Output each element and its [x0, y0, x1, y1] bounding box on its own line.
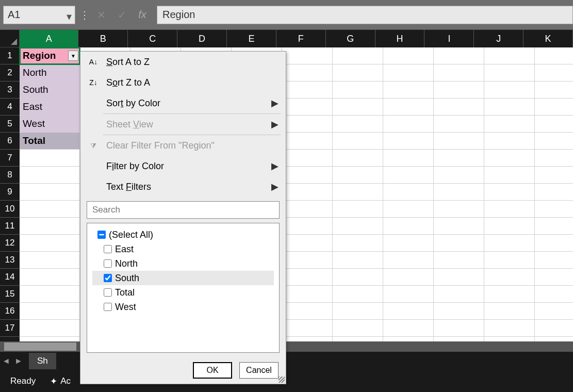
cell-J2[interactable]	[484, 64, 535, 81]
cell-H4[interactable]	[383, 99, 434, 116]
cell-K2[interactable]	[535, 64, 573, 81]
cell-I2[interactable]	[434, 64, 484, 81]
resize-grip-icon[interactable]	[279, 377, 285, 383]
cell-J5[interactable]	[484, 116, 535, 133]
cell-F5[interactable]	[282, 116, 333, 133]
cell-A8[interactable]	[20, 167, 80, 184]
cell-J16[interactable]	[484, 303, 535, 320]
column-header-B[interactable]: B	[78, 30, 128, 47]
cell-K4[interactable]	[535, 99, 573, 116]
cell-G3[interactable]	[333, 81, 383, 99]
cell-I1[interactable]	[434, 47, 484, 64]
cell-H17[interactable]	[383, 320, 434, 337]
cell-H8[interactable]	[383, 167, 434, 184]
cell-G10[interactable]	[333, 201, 383, 218]
cell-I10[interactable]	[434, 201, 484, 218]
cell-K14[interactable]	[535, 269, 573, 286]
cancel-button[interactable]: Cancel	[239, 362, 279, 379]
scrollbar-thumb[interactable]	[4, 342, 76, 351]
cell-I14[interactable]	[434, 269, 484, 286]
cell-F13[interactable]	[282, 252, 333, 269]
cell-H12[interactable]	[383, 235, 434, 252]
cell-K13[interactable]	[535, 252, 573, 269]
column-header-C[interactable]: C	[128, 30, 177, 47]
sort-descending[interactable]: Z↓ Sort Z to A	[80, 72, 286, 93]
cell-I6[interactable]	[434, 133, 484, 150]
cell-F15[interactable]	[282, 286, 333, 303]
sort-ascending[interactable]: A↓ Sort A to Z	[80, 52, 286, 72]
cell-H9[interactable]	[383, 184, 434, 201]
cell-I8[interactable]	[434, 167, 484, 184]
cell-A2[interactable]: North	[20, 64, 80, 81]
cell-H6[interactable]	[383, 133, 434, 150]
cell-J9[interactable]	[484, 184, 535, 201]
cell-H14[interactable]	[383, 269, 434, 286]
cell-F7[interactable]	[282, 150, 333, 167]
cell-H16[interactable]	[383, 303, 434, 320]
cell-I9[interactable]	[434, 184, 484, 201]
row-header-12[interactable]: 12	[0, 235, 20, 252]
filter-item-east[interactable]: East	[92, 242, 274, 256]
filter-item-total[interactable]: Total	[92, 285, 274, 300]
column-header-D[interactable]: D	[177, 30, 227, 47]
cell-G14[interactable]	[333, 269, 383, 286]
filter-by-color[interactable]: Filter by Color ▶	[80, 156, 286, 176]
cell-J6[interactable]	[484, 133, 535, 150]
cell-F8[interactable]	[282, 167, 333, 184]
cell-A9[interactable]	[20, 184, 80, 201]
cell-J8[interactable]	[484, 167, 535, 184]
cell-J7[interactable]	[484, 150, 535, 167]
cell-K11[interactable]	[535, 218, 573, 235]
cell-I13[interactable]	[434, 252, 484, 269]
cell-J15[interactable]	[484, 286, 535, 303]
cell-J17[interactable]	[484, 320, 535, 337]
cell-J14[interactable]	[484, 269, 535, 286]
cell-F9[interactable]	[282, 184, 333, 201]
cell-K15[interactable]	[535, 286, 573, 303]
cell-F16[interactable]	[282, 303, 333, 320]
row-header-6[interactable]: 6	[0, 133, 20, 150]
cell-A1[interactable]: Region▼	[20, 47, 80, 64]
cell-A16[interactable]	[20, 303, 80, 320]
cell-F10[interactable]	[282, 201, 333, 218]
cell-A4[interactable]: East	[20, 99, 80, 116]
cell-G12[interactable]	[333, 235, 383, 252]
column-header-J[interactable]: J	[474, 30, 523, 47]
filter-item--select-all-[interactable]: (Select All)	[92, 227, 274, 242]
cell-J1[interactable]	[484, 47, 535, 64]
cell-G4[interactable]	[333, 99, 383, 116]
filter-checkbox[interactable]	[104, 303, 112, 311]
filter-checkbox[interactable]	[104, 245, 112, 253]
cell-K12[interactable]	[535, 235, 573, 252]
cell-H2[interactable]	[383, 64, 434, 81]
filter-checkbox[interactable]	[104, 274, 112, 282]
cell-I7[interactable]	[434, 150, 484, 167]
row-header-1[interactable]: 1	[0, 47, 20, 64]
cell-K1[interactable]	[535, 47, 573, 64]
accessibility-status[interactable]: ✦ Ac	[50, 376, 71, 387]
cell-F12[interactable]	[282, 235, 333, 252]
cell-I17[interactable]	[434, 320, 484, 337]
cell-G16[interactable]	[333, 303, 383, 320]
cell-J11[interactable]	[484, 218, 535, 235]
row-header-11[interactable]: 11	[0, 218, 20, 235]
cell-A17[interactable]	[20, 320, 80, 337]
filter-item-south[interactable]: South	[92, 271, 274, 285]
cell-I4[interactable]	[434, 99, 484, 116]
cell-G15[interactable]	[333, 286, 383, 303]
cell-G2[interactable]	[333, 64, 383, 81]
row-header-4[interactable]: 4	[0, 99, 20, 116]
cell-H15[interactable]	[383, 286, 434, 303]
fx-icon[interactable]: fx	[132, 6, 153, 24]
row-header-10[interactable]: 10	[0, 201, 20, 218]
cell-F14[interactable]	[282, 269, 333, 286]
cell-G13[interactable]	[333, 252, 383, 269]
cell-K9[interactable]	[535, 184, 573, 201]
cell-F17[interactable]	[282, 320, 333, 337]
row-header-15[interactable]: 15	[0, 286, 20, 303]
cell-H13[interactable]	[383, 252, 434, 269]
row-header-9[interactable]: 9	[0, 184, 20, 201]
cell-G6[interactable]	[333, 133, 383, 150]
cell-H7[interactable]	[383, 150, 434, 167]
name-box[interactable]: A1 ▾	[3, 6, 75, 24]
